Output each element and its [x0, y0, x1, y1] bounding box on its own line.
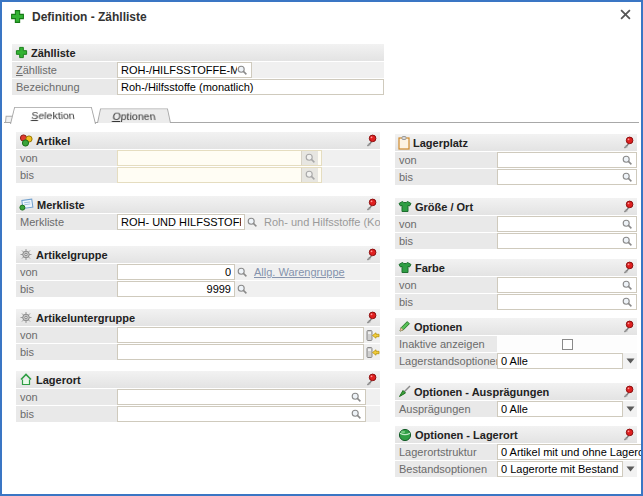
section-header: Artikeluntergruppe: [16, 309, 380, 326]
pin-icon[interactable]: [622, 200, 634, 213]
pin-icon[interactable]: [622, 136, 634, 149]
inaktive-anzeigen-checkbox[interactable]: [562, 339, 573, 350]
field-row: bis 9999: [16, 281, 380, 297]
section-header: Lagerplatz: [395, 134, 637, 151]
groesse-bis-input[interactable]: [497, 233, 637, 249]
dialog-window: Definition - Zählliste Zählliste Zähllis…: [0, 0, 643, 496]
pin-icon[interactable]: [622, 320, 634, 333]
field-label: von: [395, 216, 497, 232]
plus-icon: [15, 46, 28, 59]
farbe-bis-input[interactable]: [497, 294, 637, 310]
search-icon[interactable]: [237, 65, 248, 76]
colored-balls-icon: [19, 134, 33, 147]
dropdown-row: Ausprägungen 0 Alle: [395, 401, 637, 417]
auspraegungen-select[interactable]: 0 Alle: [497, 401, 637, 417]
merkliste-input[interactable]: ROH- UND HILFSSTOFFE: [117, 214, 245, 230]
chevron-down-icon[interactable]: [623, 353, 637, 369]
search-icon[interactable]: [622, 219, 633, 230]
search-icon[interactable]: [237, 267, 248, 278]
close-icon[interactable]: [618, 7, 632, 21]
pin-icon[interactable]: [365, 134, 377, 147]
tab-selektion[interactable]: Selektion: [10, 107, 96, 124]
lagerstandsoptionen-select[interactable]: 0 Alle: [497, 353, 637, 369]
field-label: bis: [16, 167, 117, 183]
lagerort-bis-input[interactable]: [117, 406, 366, 422]
field-label: Bestandsoptionen: [395, 461, 497, 477]
lagerplatz-bis-input[interactable]: [497, 169, 637, 185]
pin-icon[interactable]: [365, 373, 377, 386]
shirt-icon: [398, 261, 412, 274]
section-title: Zählliste: [31, 47, 76, 59]
window-title: Definition - Zählliste: [32, 10, 147, 24]
bestandsoptionen-select[interactable]: 0 Lagerorte mit Bestand: [497, 461, 637, 477]
section-title: Artikelgruppe: [36, 249, 108, 261]
zaehlliste-group-header: Zählliste: [12, 44, 384, 61]
tab-label: Selektion: [31, 110, 75, 121]
pin-icon[interactable]: [622, 385, 634, 398]
pin-icon[interactable]: [365, 248, 377, 261]
lookup-arrow-icon[interactable]: [366, 346, 380, 359]
section-header: Artikel: [16, 132, 380, 149]
pin-icon[interactable]: [622, 428, 634, 441]
field-row: bis: [395, 294, 637, 310]
artikeluntergruppe-bis-input[interactable]: [117, 344, 364, 360]
dropdown-row: Lagerstandsoptionen 0 Alle: [395, 353, 637, 369]
plus-icon: [10, 9, 25, 24]
section-optionen: Optionen Inaktive anzeigen Lagerstandsop…: [395, 318, 637, 370]
section-artikelgruppe: Artikelgruppe von 0 Allg. Warengruppe bi…: [16, 246, 380, 298]
search-icon[interactable]: [622, 236, 633, 247]
dropdown-row: Lagerortstruktur 0 Artikel mit und ohne …: [395, 444, 637, 460]
selected-value: 0 Alle: [497, 353, 623, 369]
section-header: Größe / Ort: [395, 198, 637, 215]
section-header: Lagerort: [16, 371, 380, 388]
lagerort-von-input[interactable]: [117, 389, 366, 405]
search-icon[interactable]: [351, 409, 362, 420]
warengruppe-link[interactable]: Allg. Warengruppe: [254, 266, 345, 278]
artikel-bis-input: [117, 167, 322, 183]
input-value: ROH-/HILFSSTOFFE-M: [121, 64, 237, 76]
search-icon[interactable]: [247, 217, 258, 228]
field-row: von: [395, 277, 637, 293]
zaehlliste-input[interactable]: ROH-/HILFSSTOFFE-M: [117, 62, 252, 78]
artikelgruppe-von-input[interactable]: 0: [117, 264, 235, 280]
pin-icon[interactable]: [365, 198, 377, 211]
pin-icon[interactable]: [365, 311, 377, 324]
search-icon[interactable]: [622, 297, 633, 308]
section-farbe: Farbe von bis: [395, 259, 637, 311]
bezeichnung-input[interactable]: Roh-/Hilfsstoffe (monatlich): [117, 79, 384, 95]
field-row: bis: [395, 169, 637, 185]
field-label: Inaktive anzeigen: [395, 336, 497, 352]
lagerortstruktur-select[interactable]: 0 Artikel mit und ohne Lagero: [497, 444, 643, 460]
groesse-von-input[interactable]: [497, 216, 637, 232]
zaehlliste-label: Zählliste: [12, 62, 117, 78]
merkliste-description: Roh- und Hilfsstoffe (Komponen: [264, 216, 380, 228]
lookup-arrow-icon[interactable]: [366, 329, 380, 342]
search-icon[interactable]: [237, 284, 248, 295]
section-artikeluntergruppe: Artikeluntergruppe von bis: [16, 309, 380, 361]
field-label: bis: [16, 344, 117, 360]
checkbox-row: Inaktive anzeigen: [395, 336, 637, 352]
search-icon[interactable]: [622, 280, 633, 291]
search-icon[interactable]: [622, 155, 633, 166]
input-value: Roh-/Hilfsstoffe (monatlich): [121, 81, 380, 93]
field-label: von: [16, 327, 117, 343]
chevron-down-icon[interactable]: [623, 461, 637, 477]
farbe-von-input[interactable]: [497, 277, 637, 293]
section-title: Lagerplatz: [413, 137, 468, 149]
search-icon[interactable]: [351, 392, 362, 403]
lagerplatz-von-input[interactable]: [497, 152, 637, 168]
chevron-down-icon[interactable]: [623, 401, 637, 417]
tab-optionen[interactable]: Optionen: [97, 108, 171, 123]
pin-icon[interactable]: [622, 261, 634, 274]
field-label: bis: [395, 169, 497, 185]
field-label: bis: [16, 281, 117, 297]
search-icon[interactable]: [622, 172, 633, 183]
artikelgruppe-bis-input[interactable]: 9999: [117, 281, 235, 297]
field-label: Lagerortstruktur: [395, 444, 497, 460]
field-row: von: [395, 216, 637, 232]
field-row: bis: [16, 167, 380, 183]
artikeluntergruppe-von-input[interactable]: [117, 327, 364, 343]
field-row: bis: [16, 406, 380, 422]
field-row: von: [395, 152, 637, 168]
section-artikel: Artikel von bis: [16, 132, 380, 184]
